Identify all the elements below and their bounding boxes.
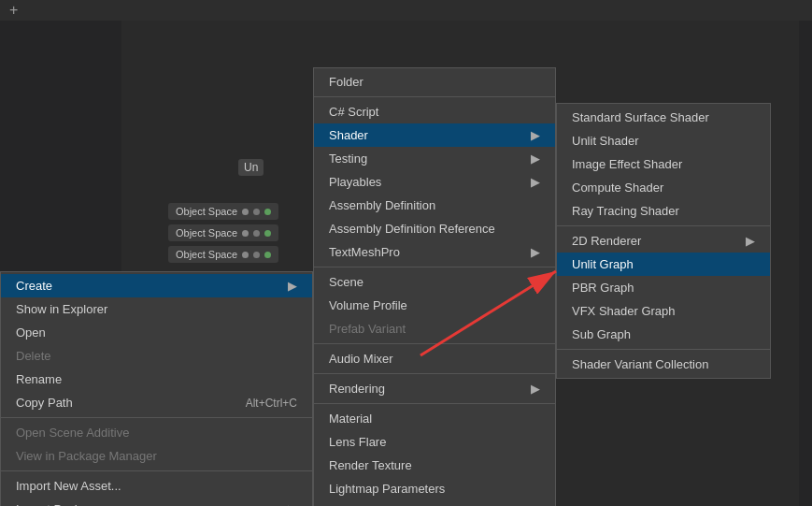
menu-ray-tracing[interactable]: Ray Tracing Shader <box>557 199 770 223</box>
menu-compute-shader[interactable]: Compute Shader <box>557 176 770 199</box>
mid-divider-4 <box>314 373 555 374</box>
menu-rendering[interactable]: Rendering ▶ <box>314 377 555 400</box>
menu-unlit-shader[interactable]: Unlit Shader <box>557 129 770 152</box>
menu-import-package[interactable]: Import Package ▶ <box>1 498 312 506</box>
node-label-3: Object Space <box>176 249 237 260</box>
textmeshpro-arrow-icon: ▶ <box>531 245 540 259</box>
menu-render-texture[interactable]: Render Texture <box>314 454 555 477</box>
menu-assembly-def-ref[interactable]: Assembly Definition Reference <box>314 217 555 240</box>
menu-testing[interactable]: Testing ▶ <box>314 147 555 170</box>
node-dot-3 <box>242 230 249 237</box>
right-edge-panel <box>799 21 812 506</box>
menu-prefab-variant: Prefab Variant <box>314 317 555 340</box>
testing-arrow-icon: ▶ <box>531 152 540 166</box>
mid-divider-2 <box>314 267 555 267</box>
import-package-arrow-icon: ▶ <box>288 502 297 506</box>
menu-pbr-graph[interactable]: PBR Graph <box>557 276 770 299</box>
node-title: Un <box>238 159 264 176</box>
right-divider-2 <box>557 349 770 350</box>
create-arrow-icon: ▶ <box>288 279 297 293</box>
menu-create[interactable]: Create ▶ <box>1 274 312 297</box>
menu-material[interactable]: Material <box>314 407 555 430</box>
playables-arrow-icon: ▶ <box>531 175 540 189</box>
mid-divider-5 <box>314 403 555 404</box>
menu-view-package-manager: View in Package Manager <box>1 444 312 468</box>
menu-standard-surface[interactable]: Standard Surface Shader <box>557 106 770 129</box>
tab-bar: + <box>0 0 812 21</box>
node-dot-right-3 <box>264 252 271 258</box>
divider-1 <box>1 417 312 418</box>
menu-sub-graph[interactable]: Sub Graph <box>557 323 770 346</box>
menu-assembly-def[interactable]: Assembly Definition <box>314 194 555 217</box>
add-tab-button[interactable]: + <box>0 2 27 19</box>
menu-copy-path[interactable]: Copy Path Alt+Ctrl+C <box>1 391 312 414</box>
shader-arrow-icon: ▶ <box>531 128 540 142</box>
node-row-2: Object Space <box>168 224 278 241</box>
menu-delete: Delete <box>1 344 312 368</box>
mid-divider-1 <box>314 96 555 97</box>
menu-vfx-shader-graph[interactable]: VFX Shader Graph <box>557 299 770 323</box>
menu-scene[interactable]: Scene <box>314 270 555 294</box>
node-dot-1 <box>242 209 249 215</box>
node-dot-6 <box>253 252 260 258</box>
menu-2d-renderer[interactable]: 2D Renderer ▶ <box>557 229 770 253</box>
mid-divider-3 <box>314 343 555 344</box>
node-dot-right-2 <box>264 230 271 237</box>
menu-audio-mixer[interactable]: Audio Mixer <box>314 347 555 370</box>
menu-import-new-asset[interactable]: Import New Asset... <box>1 474 312 498</box>
right-divider-1 <box>557 225 770 226</box>
menu-playables[interactable]: Playables ▶ <box>314 170 555 194</box>
context-menu-mid: Folder C# Script Shader ▶ Testing ▶ Play… <box>313 67 556 506</box>
menu-lens-flare[interactable]: Lens Flare <box>314 430 555 454</box>
menu-csharp[interactable]: C# Script <box>314 100 555 123</box>
node-dot-2 <box>253 209 260 215</box>
menu-textmeshpro[interactable]: TextMeshPro ▶ <box>314 240 555 264</box>
menu-image-effect[interactable]: Image Effect Shader <box>557 152 770 176</box>
divider-2 <box>1 470 312 471</box>
node-row-1: Object Space <box>168 203 278 220</box>
menu-unlit-graph[interactable]: Unlit Graph <box>557 253 770 276</box>
menu-folder[interactable]: Folder <box>314 70 555 94</box>
2d-renderer-arrow-icon: ▶ <box>746 234 755 248</box>
node-label-1: Object Space <box>176 206 237 217</box>
context-menu-right: Standard Surface Shader Unlit Shader Ima… <box>556 103 771 379</box>
menu-shader-variant[interactable]: Shader Variant Collection <box>557 353 770 376</box>
rendering-arrow-icon: ▶ <box>531 382 540 396</box>
menu-rename[interactable]: Rename <box>1 368 312 391</box>
menu-volume-profile[interactable]: Volume Profile <box>314 294 555 317</box>
menu-lightmap-params[interactable]: Lightmap Parameters <box>314 477 555 500</box>
node-dot-right-1 <box>264 209 271 215</box>
node-dot-4 <box>253 230 260 237</box>
node-label-2: Object Space <box>176 227 237 239</box>
node-row-3: Object Space <box>168 246 278 263</box>
menu-open[interactable]: Open <box>1 321 312 344</box>
node-dot-5 <box>242 252 249 258</box>
menu-open-scene-additive: Open Scene Additive <box>1 421 312 444</box>
menu-show-in-explorer[interactable]: Show in Explorer <box>1 297 312 321</box>
copy-path-shortcut: Alt+Ctrl+C <box>246 397 297 410</box>
context-menu-left: Create ▶ Show in Explorer Open Delete Re… <box>0 271 313 506</box>
menu-custom-render-texture[interactable]: Custom Render Texture <box>314 500 555 506</box>
menu-shader[interactable]: Shader ▶ <box>314 123 555 147</box>
